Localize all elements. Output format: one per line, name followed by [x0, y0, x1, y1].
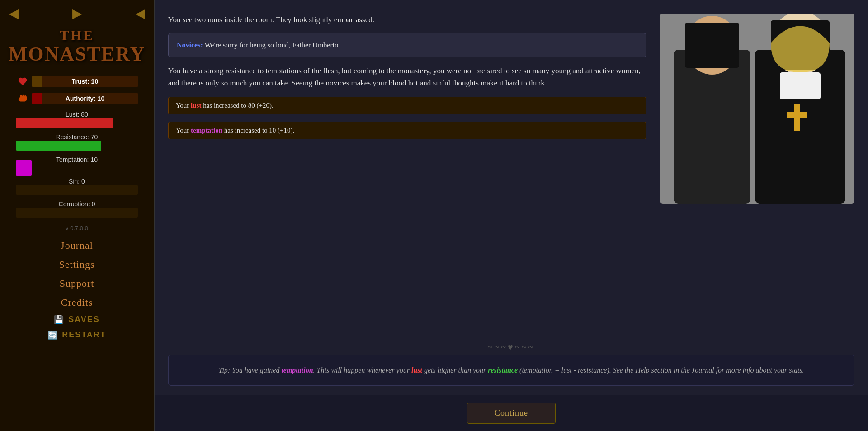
corruption-stat: Corruption: 0	[16, 199, 138, 218]
resistance-bar	[16, 141, 138, 151]
text-panel: You see two nuns inside the room. They l…	[168, 14, 646, 326]
forward-arrow[interactable]: ▶	[72, 7, 81, 21]
lust-increase-prefix: Your	[176, 102, 191, 109]
authority-bar: Authority: 10	[32, 93, 138, 104]
back-arrow2[interactable]: ◀	[136, 7, 145, 21]
lust-bar	[16, 118, 138, 128]
nav-bar: ◀ ▶ ◀	[0, 5, 154, 23]
sin-stat: Sin: 0	[16, 176, 138, 196]
resistance-stat: Resistance: 70	[16, 132, 138, 152]
restart-button[interactable]: 🔄 RESTART	[47, 330, 106, 340]
tip-temptation: temptation	[281, 366, 313, 374]
sidebar: ◀ ▶ ◀ THE MONASTERY Trust: 10	[0, 0, 154, 431]
fist-icon	[16, 92, 29, 105]
restart-label: RESTART	[62, 330, 106, 340]
bottom-bar: Continue	[155, 395, 868, 431]
authority-stat: Authority: 10	[16, 92, 138, 105]
dialogue-speaker: Novices:	[177, 41, 203, 49]
svg-rect-3	[685, 23, 739, 68]
tip-box: Tip: You have gained temptation. This wi…	[168, 355, 854, 386]
restart-icon: 🔄	[47, 330, 58, 340]
narrative-text-1: You see two nuns inside the room. They l…	[168, 14, 646, 26]
dialogue-box: Novices: We're sorry for being so loud, …	[168, 33, 646, 57]
version-text: v 0.7.0.0	[66, 225, 88, 232]
temptation-increase-box: Your temptation has increased to 10 (+10…	[168, 122, 646, 139]
saves-button[interactable]: 💾 SAVES	[54, 315, 100, 325]
trust-stat: Trust: 10	[16, 75, 138, 88]
tip-prefix: Tip: You have gained	[218, 366, 281, 374]
heart-icon	[16, 75, 29, 88]
svg-rect-7	[780, 72, 821, 99]
lust-increase-word: lust	[191, 102, 201, 109]
temptation-increase-word: temptation	[191, 127, 222, 134]
tip-lust: lust	[411, 366, 422, 374]
trust-bar: Trust: 10	[32, 76, 138, 87]
tip-mid1: . This will happen whenever your	[313, 366, 411, 374]
lust-increase-box: Your lust has increased to 80 (+20).	[168, 97, 646, 114]
main-content: You see two nuns inside the room. They l…	[154, 0, 868, 431]
sin-bar	[16, 185, 138, 195]
narrative-text-2: You have a strong resistance to temptati…	[168, 65, 646, 89]
corruption-label: Corruption: 0	[16, 200, 138, 208]
settings-link[interactable]: Settings	[59, 259, 95, 270]
stats-section: Trust: 10 Authority: 10 Lust: 80 Res	[0, 75, 154, 220]
dialogue-text: We're sorry for being so loud, Father Um…	[204, 41, 340, 49]
lust-label: Lust: 80	[16, 111, 138, 118]
temptation-bar-row	[16, 163, 138, 173]
sin-label: Sin: 0	[16, 178, 138, 185]
temptation-increase-prefix: Your	[176, 127, 191, 134]
lust-increase-suffix: has increased to 80 (+20).	[201, 102, 273, 109]
image-panel	[660, 14, 854, 326]
saves-label: SAVES	[68, 315, 100, 324]
tip-mid2: gets higher than your	[422, 366, 488, 374]
continue-button[interactable]: Continue	[467, 403, 556, 424]
temptation-increase-suffix: has increased to 10 (+10).	[222, 127, 294, 134]
journal-link[interactable]: Journal	[61, 240, 93, 251]
tip-mid3: (temptation = lust - resistance). See th…	[518, 366, 804, 374]
temptation-block	[16, 160, 32, 176]
authority-label: Authority: 10	[66, 95, 104, 102]
support-link[interactable]: Support	[60, 278, 94, 289]
corruption-bar	[16, 208, 138, 218]
tip-resistance: resistance	[488, 366, 518, 374]
title-the: THE	[9, 28, 145, 43]
svg-rect-9	[787, 112, 807, 118]
story-area: You see two nuns inside the room. They l…	[155, 0, 868, 340]
temptation-stat: Temptation: 10	[16, 154, 138, 173]
trust-label: Trust: 10	[72, 78, 98, 85]
scene-image	[660, 14, 854, 204]
lust-stat: Lust: 80	[16, 109, 138, 129]
temptation-label: Temptation: 10	[16, 156, 138, 163]
title-main: MONASTERY	[9, 43, 145, 65]
back-arrow[interactable]: ◀	[9, 7, 18, 21]
divider-ornament: ~~~♥~~~	[155, 340, 868, 355]
save-icon: 💾	[54, 315, 65, 325]
credits-link[interactable]: Credits	[61, 297, 93, 308]
resistance-label: Resistance: 70	[16, 133, 138, 141]
game-title: THE MONASTERY	[9, 28, 145, 66]
